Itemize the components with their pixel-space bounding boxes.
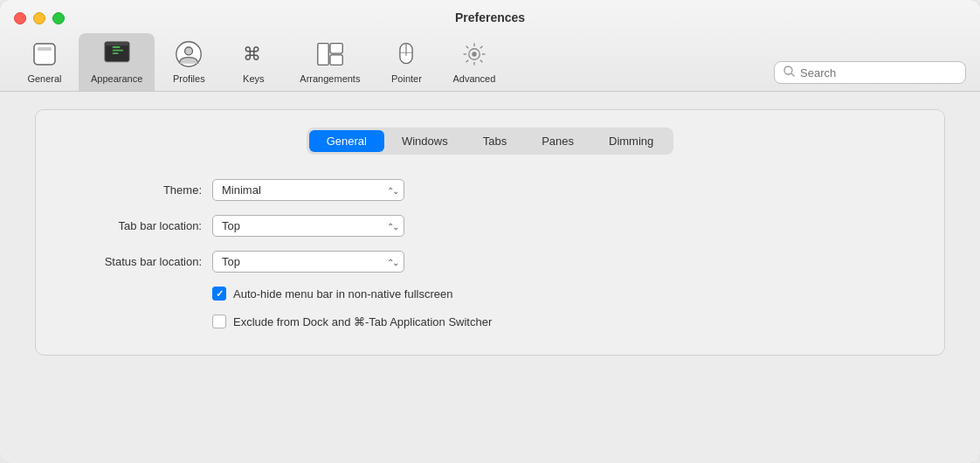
svg-point-8 [185, 47, 193, 55]
exclude-checkbox-item: Exclude from Dock and ⌘-Tab Application … [212, 314, 492, 328]
arrangements-icon [314, 38, 346, 70]
profiles-icon [173, 38, 204, 70]
svg-rect-12 [330, 55, 342, 66]
svg-rect-0 [34, 44, 55, 65]
toolbar-item-appearance[interactable]: Appearance [79, 33, 155, 91]
main-content: General Windows Tabs Panes Dimming Theme… [0, 92, 980, 463]
svg-rect-5 [112, 50, 122, 52]
minimize-button[interactable] [33, 12, 45, 24]
inner-panel: General Windows Tabs Panes Dimming Theme… [35, 109, 945, 356]
exclude-label: Exclude from Dock and ⌘-Tab Application … [233, 315, 492, 328]
maximize-button[interactable] [52, 12, 65, 24]
tab-panes[interactable]: Panes [524, 130, 591, 152]
toolbar-label-appearance: Appearance [91, 73, 142, 84]
autohide-label: Auto-hide menu bar in non-native fullscr… [233, 287, 452, 301]
svg-line-23 [480, 60, 482, 62]
window-title: Preferences [455, 10, 525, 24]
toolbar-label-advanced: Advanced [452, 73, 495, 84]
svg-rect-6 [112, 52, 118, 54]
toolbar-item-general[interactable]: General [14, 33, 75, 91]
svg-text:⌘: ⌘ [243, 44, 261, 65]
svg-rect-3 [104, 42, 128, 45]
checkbox-row-exclude: Exclude from Dock and ⌘-Tab Application … [212, 314, 918, 328]
svg-rect-11 [330, 44, 342, 54]
title-bar: Preferences General [0, 0, 980, 92]
toolbar-item-profiles[interactable]: Profiles [158, 33, 219, 91]
search-input[interactable] [800, 66, 956, 79]
form-row-status-bar: Status bar location: Top Bottom [62, 251, 918, 273]
theme-select[interactable]: Minimal Default Dark [212, 179, 404, 201]
svg-rect-10 [318, 44, 328, 66]
tab-bar-select[interactable]: Top Bottom [212, 215, 404, 237]
close-button[interactable] [14, 12, 26, 24]
svg-line-27 [791, 73, 795, 77]
svg-point-17 [472, 52, 476, 56]
status-bar-select[interactable]: Top Bottom [212, 251, 404, 273]
form-row-theme: Theme: Minimal Default Dark [62, 179, 918, 201]
toolbar-label-arrangements: Arrangements [300, 73, 360, 84]
checkbox-row-autohide: Auto-hide menu bar in non-native fullscr… [212, 287, 918, 301]
tab-tabs[interactable]: Tabs [466, 130, 524, 152]
tab-bar-select-wrapper: Top Bottom [212, 215, 404, 237]
toolbar-items: General Appearance [14, 33, 774, 91]
toolbar-item-advanced[interactable]: Advanced [440, 33, 507, 91]
preferences-window: Preferences General [0, 0, 980, 463]
window-controls [14, 12, 65, 24]
exclude-checkbox[interactable] [212, 314, 226, 328]
search-icon [783, 66, 795, 79]
theme-label: Theme: [62, 183, 202, 197]
tab-general-sub[interactable]: General [309, 130, 384, 152]
search-bar [774, 61, 966, 84]
status-bar-label: Status bar location: [62, 255, 202, 268]
pointer-icon [390, 38, 422, 70]
keys-icon: ⌘ [238, 38, 269, 70]
tab-dimming[interactable]: Dimming [591, 130, 671, 152]
toolbar-label-pointer: Pointer [391, 73, 422, 84]
toolbar-label-profiles: Profiles [173, 73, 205, 84]
advanced-icon [459, 38, 490, 70]
general-icon [29, 38, 60, 70]
autohide-checkbox-item: Auto-hide menu bar in non-native fullscr… [212, 287, 452, 301]
status-bar-select-wrapper: Top Bottom [212, 251, 404, 273]
tab-bar-label: Tab bar location: [62, 219, 202, 232]
toolbar-label-general: General [27, 73, 61, 84]
svg-line-25 [466, 60, 468, 62]
toolbar: General Appearance [14, 33, 966, 91]
svg-rect-4 [112, 46, 120, 48]
autohide-checkbox[interactable] [212, 287, 226, 301]
form-row-tab-bar: Tab bar location: Top Bottom [62, 215, 918, 237]
toolbar-item-arrangements[interactable]: Arrangements [287, 33, 372, 91]
toolbar-item-keys[interactable]: ⌘ Keys [223, 33, 284, 91]
svg-rect-1 [38, 47, 52, 51]
theme-select-wrapper: Minimal Default Dark [212, 179, 404, 201]
toolbar-item-pointer[interactable]: Pointer [376, 33, 437, 91]
svg-line-24 [480, 46, 482, 48]
tab-windows[interactable]: Windows [384, 130, 466, 152]
svg-point-26 [784, 66, 792, 74]
appearance-icon [101, 38, 133, 70]
svg-line-22 [466, 46, 468, 48]
sub-tabs: General Windows Tabs Panes Dimming [307, 128, 674, 155]
form-rows: Theme: Minimal Default Dark Tab bar loca… [62, 179, 918, 328]
toolbar-label-keys: Keys [243, 73, 264, 84]
